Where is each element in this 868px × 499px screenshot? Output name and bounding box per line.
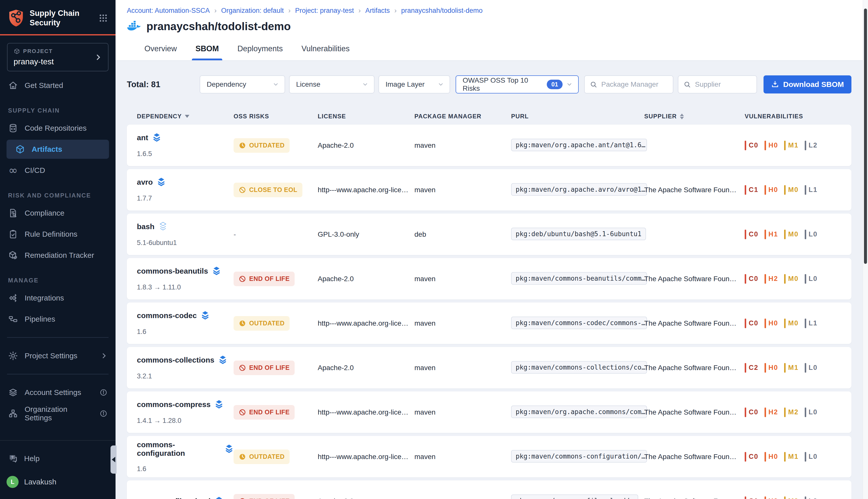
sidebar-item-integrations[interactable]: Integrations xyxy=(0,288,115,308)
severity-count: M2 xyxy=(788,408,799,416)
filter-dependency[interactable]: Dependency xyxy=(200,75,285,94)
severity-count: C0 xyxy=(749,319,758,327)
severity-medium: M1 xyxy=(784,363,799,373)
breadcrumb-item[interactable]: Project: pranay-test xyxy=(295,7,354,15)
package-manager-input[interactable] xyxy=(601,80,668,89)
license-cell: Apache-2.0 xyxy=(318,142,414,149)
table-row[interactable]: ant1.6.5OUTDATEDApache-2.0mavenpkg:maven… xyxy=(127,125,852,166)
sidebar-item-ci-cd[interactable]: ∞CI/CD xyxy=(0,160,115,181)
tab-sbom[interactable]: SBOM xyxy=(195,44,219,60)
package-manager-cell: maven xyxy=(414,142,511,149)
sidebar-item-pipelines[interactable]: Pipelines xyxy=(0,308,115,330)
brand-header: Supply Chain Security xyxy=(0,0,115,34)
table-row[interactable]: commons-configuration1.6OUTDATEDhttp---w… xyxy=(127,436,852,477)
owasp-risks-filter[interactable]: OWASP OSS Top 10 Risks 01 xyxy=(456,75,579,94)
column-header-supplier[interactable]: SUPPLIER xyxy=(644,113,745,120)
severity-high: H2 xyxy=(765,407,778,417)
severity-count: M0 xyxy=(788,186,799,194)
severity-count: L0 xyxy=(809,364,818,372)
sidebar-nav: Get StartedSUPPLY CHAINCode Repositories… xyxy=(0,75,115,330)
download-sbom-button[interactable]: Download SBOM xyxy=(764,75,852,94)
table-row[interactable]: bash5.1-6ubuntu1-GPL-3.0-onlydebpkg:deb/… xyxy=(127,214,852,255)
sidebar-item-label: Artifacts xyxy=(32,145,62,154)
column-header-package-manager[interactable]: PACKAGE MANAGER xyxy=(414,113,511,120)
column-header-license[interactable]: LICENSE xyxy=(318,113,414,120)
table-row[interactable]: commons-codec1.6OUTDATEDhttp---www.apach… xyxy=(127,303,852,344)
home-icon xyxy=(8,81,18,90)
table-row[interactable]: commons-collections3.2.1END OF LIFEApach… xyxy=(127,347,852,388)
scrollbar-thumb[interactable] xyxy=(864,9,867,264)
tab-deployments[interactable]: Deployments xyxy=(237,44,283,60)
severity-high: H0 xyxy=(765,452,778,462)
oss-risk-empty: - xyxy=(234,230,236,238)
column-header-dependency[interactable]: DEPENDENCY xyxy=(137,113,234,120)
license-cell: Apache-2.0 xyxy=(318,497,414,499)
total-count: Total: 81 xyxy=(127,80,200,89)
severity-bar xyxy=(784,230,786,239)
info-icon[interactable] xyxy=(99,410,108,417)
column-header-vulnerabilities[interactable]: VULNERABILITIES xyxy=(745,113,841,120)
download-sbom-label: Download SBOM xyxy=(783,80,844,89)
project-selector[interactable]: PROJECT pranay-test xyxy=(7,43,109,71)
purl-chip[interactable]: pkg:maven/commons-beanutils/comm… xyxy=(511,272,647,285)
breadcrumb-item[interactable]: pranaycshah/todolist-demo xyxy=(401,7,483,15)
info-icon[interactable] xyxy=(99,388,108,397)
sort-descending-icon[interactable] xyxy=(185,115,189,118)
severity-critical: C0 xyxy=(745,274,758,284)
table-row[interactable]: commons-beanutils1.8.3 → 1.11.0END OF LI… xyxy=(127,258,852,300)
oss-risk-label: CLOSE TO EOL xyxy=(249,186,297,194)
sidebar-item-artifacts[interactable]: Artifacts xyxy=(7,140,109,159)
breadcrumb-item[interactable]: Artifacts xyxy=(365,7,390,15)
purl-cell: pkg:maven/commons-codec/commons-… xyxy=(511,317,644,330)
purl-chip[interactable]: pkg:maven/org.apache.commons/com… xyxy=(511,405,647,418)
severity-medium: M0 xyxy=(784,319,799,328)
purl-chip[interactable]: pkg:deb/ubuntu/bash@5.1-6ubuntu1 xyxy=(511,228,646,240)
severity-critical: C0 xyxy=(745,407,758,417)
help-button[interactable]: ? Help xyxy=(0,447,115,470)
purl-chip[interactable]: pkg:maven/commons-collections/co… xyxy=(511,361,647,374)
severity-low: L0 xyxy=(805,274,818,284)
severity-medium: M1 xyxy=(784,141,799,150)
purl-chip[interactable]: pkg:maven/commons-fileupload/… xyxy=(511,495,638,499)
sort-toggle-icon[interactable] xyxy=(680,113,684,119)
vulnerabilities-cell: C0H0M1L0 xyxy=(745,452,841,462)
column-header-purl[interactable]: PURL xyxy=(511,113,644,120)
sidebar-item-code-repositories[interactable]: Code Repositories xyxy=(0,118,115,139)
app-grid-icon[interactable] xyxy=(98,13,108,23)
sidebar-item-organization-settings[interactable]: Organization Settings xyxy=(0,403,115,424)
sidebar-item-compliance[interactable]: Compliance xyxy=(0,203,115,223)
purl-chip[interactable]: pkg:maven/commons-codec/commons-… xyxy=(511,317,647,329)
severity-bar xyxy=(805,185,806,195)
sidebar-item-project-settings[interactable]: Project Settings xyxy=(0,345,115,366)
table-row[interactable]: commons-fileuploadEND OF LIFEApache-2.0p… xyxy=(127,480,852,499)
filter-license[interactable]: License xyxy=(289,75,374,94)
oss-risk-label: OUTDATED xyxy=(249,142,285,149)
supplier-input[interactable] xyxy=(694,80,752,89)
integrations-icon xyxy=(8,293,18,303)
breadcrumb-item[interactable]: Account: Automation-SSCA xyxy=(127,7,210,15)
filter-image-layer[interactable]: Image Layer xyxy=(379,75,450,94)
user-menu[interactable]: L Lavakush xyxy=(0,470,115,494)
severity-count: H0 xyxy=(769,319,778,327)
breadcrumb-item[interactable]: Organization: default xyxy=(221,7,284,15)
sidebar-item-remediation-tracker[interactable]: Remediation Tracker xyxy=(0,245,115,266)
filter-label: License xyxy=(296,81,358,88)
sidebar-item-account-settings[interactable]: Account Settings xyxy=(0,382,115,403)
purl-chip[interactable]: pkg:maven/org.apache.ant/ant@1.6… xyxy=(511,139,647,151)
tab-overview[interactable]: Overview xyxy=(145,44,177,60)
sidebar-item-rule-definitions[interactable]: Rule Definitions xyxy=(0,223,115,245)
sidebar-item-get-started[interactable]: Get Started xyxy=(0,75,115,96)
purl-chip[interactable]: pkg:maven/org.apache.avro/avro@1… xyxy=(511,183,647,196)
license-cell: http---www.apache.org-lice… xyxy=(318,408,414,416)
tab-vulnerabilities[interactable]: Vulnerabilities xyxy=(301,44,350,60)
column-header-oss-risks[interactable]: OSS RISKS xyxy=(234,113,318,120)
slash-circle-icon xyxy=(239,364,246,372)
purl-chip[interactable]: pkg:maven/commons-configuration/… xyxy=(511,450,647,463)
clock-icon xyxy=(239,320,246,327)
supplier-cell: The Apache Software Foun… xyxy=(644,186,745,194)
table-row[interactable]: avro1.7.7CLOSE TO EOLhttp---www.apache.o… xyxy=(127,169,852,210)
chevron-down-icon xyxy=(566,81,573,88)
severity-critical: C1 xyxy=(745,497,758,499)
table-row[interactable]: commons-compress1.4.1 → 1.28.0END OF LIF… xyxy=(127,391,852,433)
layers-icon xyxy=(214,497,224,499)
